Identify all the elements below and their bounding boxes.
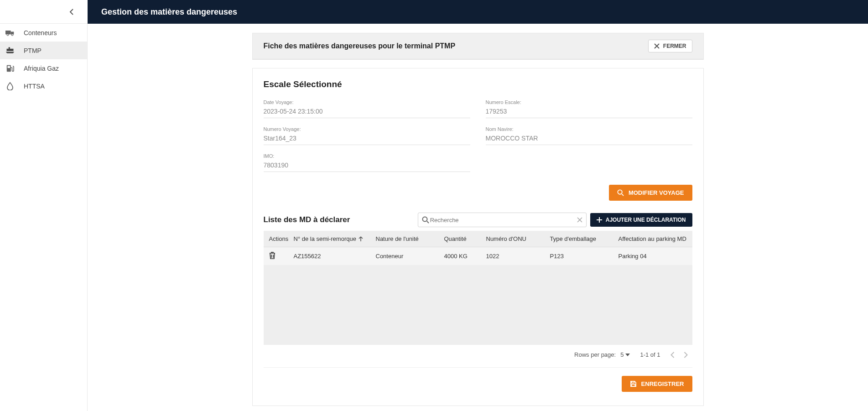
sidebar-item-afriquia-gaz[interactable]: Afriquia Gaz [0, 59, 87, 77]
main-content: Fiche des matières dangereuses pour le t… [88, 24, 868, 411]
nom-navire-value [486, 133, 692, 145]
cell-quantite: 4000 KG [444, 253, 486, 260]
escale-section-title: Escale Sélectionné [264, 79, 692, 89]
page-title: Gestion des matières dangereuses [101, 7, 237, 17]
svg-point-8 [618, 190, 622, 194]
md-table: Actions N° de la semi-remorque Nature de… [264, 231, 692, 345]
sidebar-item-label: Conteneurs [24, 29, 57, 36]
chevron-down-icon [625, 354, 630, 356]
svg-rect-5 [9, 47, 10, 48]
numero-escale-value [486, 106, 692, 118]
numero-escale-field: Numero Escale: [486, 99, 692, 118]
truck-icon [5, 28, 15, 37]
table-footer: Rows per page: 5 1-1 of 1 [264, 345, 692, 361]
save-icon [630, 380, 637, 387]
rows-per-page-label: Rows per page: [574, 351, 616, 358]
numero-voyage-field: Numero Voyage: [264, 126, 470, 145]
topbar: Gestion des matières dangereuses [0, 0, 868, 24]
modifier-voyage-label: MODIFIER VOYAGE [629, 189, 684, 196]
plus-icon [597, 217, 602, 223]
col-actions: Actions [269, 235, 294, 242]
sidebar: Conteneurs PTMP Afriquia Gaz HTTSA [0, 24, 88, 411]
col-quantite[interactable]: Quantité [444, 235, 486, 242]
cell-semi: AZ155622 [294, 253, 376, 260]
add-declaration-button[interactable]: AJOUTER UNE DÉCLARATION [590, 213, 692, 227]
nom-navire-label: Nom Navire: [486, 126, 692, 132]
card-fiche-md: Fiche des matières dangereuses pour le t… [252, 33, 704, 60]
svg-point-9 [422, 217, 427, 222]
cell-emballage: P123 [550, 253, 619, 260]
collapse-sidebar-button[interactable] [0, 0, 88, 24]
numero-voyage-label: Numero Voyage: [264, 126, 470, 132]
col-nature[interactable]: Nature de l'unité [376, 235, 444, 242]
date-voyage-label: Date Voyage: [264, 99, 470, 105]
card-title: Fiche des matières dangereuses pour le t… [264, 42, 456, 50]
svg-point-2 [7, 34, 9, 36]
rows-per-page-select[interactable]: 5 [620, 351, 630, 358]
close-icon [654, 43, 660, 49]
search-icon [422, 216, 429, 224]
add-declaration-label: AJOUTER UNE DÉCLARATION [606, 217, 686, 223]
ferry-icon [5, 46, 15, 55]
cell-onu: 1022 [486, 253, 550, 260]
clear-search-button[interactable] [577, 217, 582, 223]
svg-rect-7 [8, 66, 10, 68]
close-button[interactable]: FERMER [648, 40, 692, 52]
date-voyage-value [264, 106, 470, 118]
pagination-range: 1-1 of 1 [640, 351, 660, 358]
cell-parking: Parking 04 [619, 253, 714, 260]
escale-form: Date Voyage: Numero Escale: Numero Voyag… [264, 99, 692, 172]
cell-nature: Conteneur [376, 253, 444, 260]
svg-rect-11 [631, 384, 635, 386]
modifier-voyage-button[interactable]: MODIFIER VOYAGE [609, 185, 692, 201]
imo-value [264, 160, 470, 172]
card-body: Escale Sélectionné Date Voyage: Numero E… [252, 68, 704, 406]
sidebar-item-httsa[interactable]: HTTSA [0, 77, 87, 95]
nom-navire-field: Nom Navire: [486, 126, 692, 145]
search-input-wrapper[interactable] [418, 213, 587, 227]
search-icon [617, 189, 624, 196]
col-emballage[interactable]: Type d'emballage [550, 235, 619, 242]
delete-row-button[interactable] [269, 252, 275, 259]
col-onu[interactable]: Numéro d'ONU [486, 235, 550, 242]
separator [264, 367, 692, 368]
table-header-row: Actions N° de la semi-remorque Nature de… [264, 231, 692, 247]
sidebar-item-conteneurs[interactable]: Conteneurs [0, 24, 87, 42]
next-page-button[interactable] [684, 352, 688, 358]
sidebar-item-ptmp[interactable]: PTMP [0, 42, 87, 59]
list-title: Liste des MD à déclarer [264, 215, 350, 224]
prev-page-button[interactable] [670, 352, 675, 358]
imo-field: IMO: [264, 153, 470, 172]
sidebar-item-label: PTMP [24, 47, 42, 54]
list-header: Liste des MD à déclarer [264, 213, 692, 227]
sidebar-item-label: Afriquia Gaz [24, 65, 59, 72]
search-input[interactable] [429, 216, 577, 224]
gas-pump-icon [5, 64, 15, 73]
imo-label: IMO: [264, 153, 470, 159]
sort-asc-icon [358, 236, 364, 242]
col-parking[interactable]: Affectation au parking MD [619, 235, 714, 242]
numero-escale-label: Numero Escale: [486, 99, 692, 105]
enregistrer-button[interactable]: ENREGISTRER [622, 376, 692, 392]
drop-icon [5, 82, 15, 91]
svg-rect-4 [7, 48, 14, 51]
svg-rect-10 [631, 381, 634, 383]
sidebar-item-label: HTTSA [24, 83, 45, 90]
col-semi[interactable]: N° de la semi-remorque [294, 235, 376, 242]
enregistrer-label: ENREGISTRER [641, 380, 684, 387]
chevron-left-icon [69, 9, 74, 15]
date-voyage-field: Date Voyage: [264, 99, 470, 118]
table-row[interactable]: AZ155622 Conteneur 4000 KG 1022 P123 Par… [264, 247, 692, 265]
numero-voyage-value [264, 133, 470, 145]
close-button-label: FERMER [663, 43, 686, 49]
card-header: Fiche des matières dangereuses pour le t… [253, 33, 703, 59]
svg-point-3 [11, 34, 13, 36]
